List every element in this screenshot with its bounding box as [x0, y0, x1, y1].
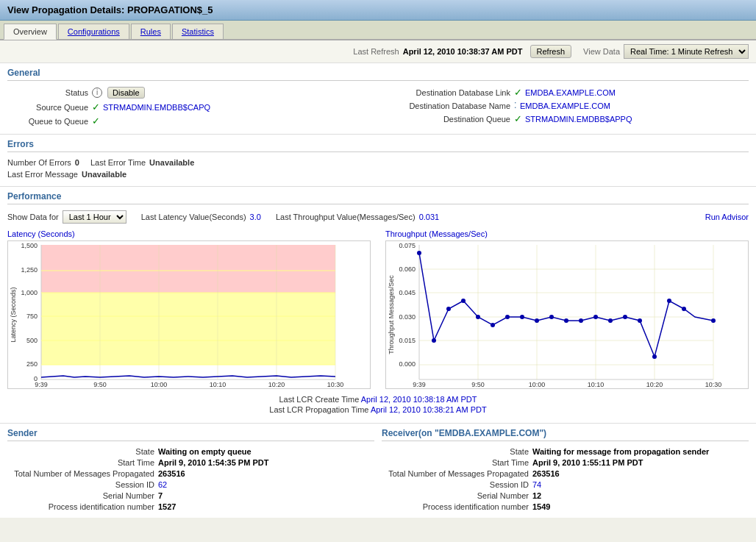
disable-button[interactable]: Disable [107, 87, 145, 99]
sender-process-label: Process identification number [7, 502, 154, 511]
throughput-value[interactable]: 0.031 [419, 213, 440, 221]
receiver-start-row: Start Time April 9, 2010 1:55:11 PM PDT [382, 458, 749, 467]
latency-chart-wrapper: 1,500 1,250 1,000 750 500 250 0 9:39 9:5… [7, 240, 371, 389]
last-refresh-value: April 12, 2010 10:38:37 AM PDT [403, 47, 523, 56]
svg-point-74 [667, 299, 671, 303]
svg-text:1,500: 1,500 [21, 242, 38, 249]
receiver-start-label: Start Time [382, 458, 529, 467]
perf-controls: Show Data for Last 1 Hour Last Latency V… [7, 210, 749, 224]
svg-text:10:30: 10:30 [705, 381, 722, 388]
receiver-session-value[interactable]: 74 [532, 480, 541, 489]
svg-text:10:00: 10:00 [529, 381, 546, 388]
status-row: Status i Disable [7, 87, 363, 99]
top-bar: Last Refresh April 12, 2010 10:38:37 AM … [0, 40, 756, 63]
tab-statistics[interactable]: Statistics [172, 24, 224, 39]
svg-text:9:50: 9:50 [471, 381, 485, 388]
view-data-select[interactable]: Real Time: 1 Minute Refresh [624, 44, 749, 59]
dest-db-name-value[interactable]: EMDBA.EXAMPLE.COM [520, 101, 610, 110]
receiver-serial-row: Serial Number 12 [382, 491, 749, 500]
source-queue-row: Source Queue ✓ STRMADMIN.EMDBB$CAPQ [7, 101, 363, 113]
svg-point-75 [682, 307, 686, 311]
source-queue-link[interactable]: STRMADMIN.EMDBB$CAPQ [103, 103, 210, 112]
source-queue-label: Source Queue [7, 103, 88, 112]
refresh-button[interactable]: Refresh [530, 45, 572, 58]
tab-bar: Overview Configurations Rules Statistics [0, 21, 756, 40]
sender-session-value[interactable]: 62 [158, 480, 167, 489]
tab-rules[interactable]: Rules [131, 24, 171, 39]
show-data-for-label: Show Data for [7, 213, 59, 221]
svg-point-62 [491, 323, 495, 327]
lcr-times: Last LCR Create Time April 12, 2010 10:3… [7, 395, 749, 414]
receiver-title: Receiver(on "EMDBA.EXAMPLE.COM") [382, 428, 749, 441]
dest-queue-value[interactable]: STRMADMIN.EMDBB$APPQ [525, 115, 632, 124]
sender-total-messages-label: Total Number of Messages Propagated [7, 469, 154, 478]
sender-start-row: Start Time April 9, 2010 1:54:35 PM PDT [7, 458, 374, 467]
receiver-process-row: Process identification number 1549 [382, 502, 749, 511]
receiver-total-messages-label: Total Number of Messages Propagated [382, 469, 529, 478]
last-error-msg-label: Last Error Message [7, 170, 78, 179]
dest-queue-label: Destination Queue [393, 115, 510, 124]
errors-title: Errors [7, 139, 749, 152]
title-text: View Propagation Details: PROPAGATION$_5 [7, 4, 213, 15]
receiver-total-messages-row: Total Number of Messages Propagated 2635… [382, 469, 749, 478]
latency-chart-container: Latency (Seconds) [7, 229, 371, 389]
tab-overview[interactable]: Overview [4, 24, 57, 40]
svg-point-72 [638, 318, 642, 323]
svg-point-67 [564, 318, 568, 323]
receiver-start-value: April 9, 2010 1:55:11 PM PDT [532, 458, 643, 467]
sender-title: Sender [7, 428, 374, 441]
sender-serial-row: Serial Number 7 [7, 491, 374, 500]
svg-text:9:39: 9:39 [35, 381, 48, 388]
svg-text:9:39: 9:39 [413, 381, 426, 388]
last-refresh-label: Last Refresh [353, 47, 399, 56]
receiver-session-label: Session ID [382, 480, 529, 489]
receiver-box: Receiver(on "EMDBA.EXAMPLE.COM") State W… [382, 428, 749, 513]
receiver-state-label: State [382, 447, 529, 456]
svg-text:500: 500 [26, 337, 38, 344]
num-errors-item: Number Of Errors 0 [7, 158, 79, 167]
latency-label: Last Latency Value(Seconds) [141, 213, 246, 221]
performance-section: Performance Show Data for Last 1 Hour La… [0, 187, 756, 424]
svg-text:750: 750 [26, 313, 38, 320]
sender-process-row: Process identification number 1527 [7, 502, 374, 511]
svg-point-66 [549, 315, 554, 319]
throughput-chart-container: Throughput (Messages/Sec) [385, 229, 749, 389]
sender-session-row: Session ID 62 [7, 480, 374, 489]
throughput-chart-title: Throughput (Messages/Sec) [385, 229, 749, 238]
general-title: General [7, 68, 749, 81]
latency-chart: 1,500 1,250 1,000 750 500 250 0 9:39 9:5… [8, 241, 346, 388]
general-left: Status i Disable Source Queue ✓ STRMADMI… [7, 87, 363, 129]
sender-box: Sender State Waiting on empty queue Star… [7, 428, 374, 513]
svg-point-58 [432, 338, 436, 343]
dest-queue-check-icon: ✓ [514, 113, 522, 124]
dest-db-name-label: Destination Database Name [393, 101, 510, 110]
receiver-state-row: State Waiting for message from propagati… [382, 447, 749, 456]
svg-rect-30 [419, 245, 713, 379]
lcr-prop-row: Last LCR Propagation Time April 12, 2010… [7, 405, 749, 414]
run-advisor-link[interactable]: Run Advisor [705, 213, 749, 221]
receiver-serial-value: 12 [532, 491, 541, 500]
sender-state-label: State [7, 447, 154, 456]
dest-db-link-value[interactable]: EMDBA.EXAMPLE.COM [525, 88, 616, 97]
svg-text:0.015: 0.015 [399, 337, 416, 344]
throughput-chart-wrapper: 0.075 0.060 0.045 0.030 0.015 0.000 9:39… [385, 240, 749, 389]
dest-db-name-row: Destination Database Name ⁚ EMDBA.EXAMPL… [393, 101, 749, 110]
svg-text:10:30: 10:30 [327, 381, 344, 388]
lcr-create-value: April 12, 2010 10:38:18 AM PDT [361, 395, 477, 404]
throughput-label: Last Throughput Value(Messages/Sec) [276, 213, 416, 221]
general-right: Destination Database Link ✓ EMDBA.EXAMPL… [393, 87, 749, 129]
sender-start-label: Start Time [7, 458, 154, 467]
receiver-process-label: Process identification number [382, 502, 529, 511]
general-section: General Status i Disable Source Queue ✓ … [0, 63, 756, 135]
latency-value[interactable]: 3.0 [250, 213, 261, 221]
show-data-for-select[interactable]: Last 1 Hour [63, 210, 126, 224]
tab-configurations[interactable]: Configurations [58, 24, 129, 39]
receiver-total-messages-value: 263516 [532, 469, 560, 478]
source-queue-check-icon: ✓ [92, 101, 100, 113]
dest-db-link-check-icon: ✓ [514, 87, 522, 98]
lcr-prop-value: April 12, 2010 10:38:21 AM PDT [371, 405, 487, 414]
svg-rect-0 [41, 245, 335, 293]
svg-text:0.045: 0.045 [399, 289, 416, 296]
svg-text:Latency (Seconds): Latency (Seconds) [10, 287, 17, 342]
view-data-label: View Data [583, 47, 620, 56]
